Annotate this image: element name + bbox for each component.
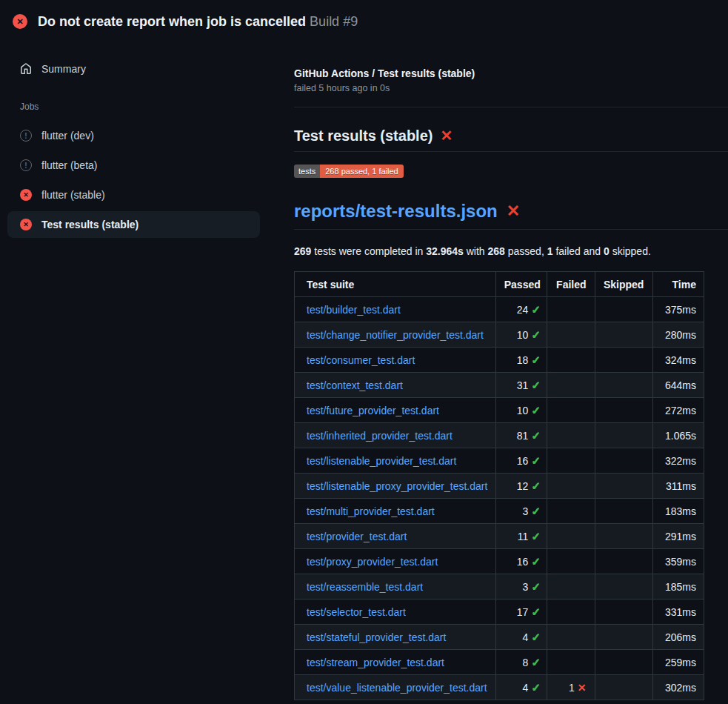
job-neutral-icon: !	[20, 130, 32, 142]
suite-link[interactable]: test/stream_provider_test.dart	[307, 657, 444, 668]
passed-cell: 16✓	[495, 448, 547, 474]
check-icon: ✓	[531, 479, 541, 492]
passed-cell-value: 8	[522, 657, 528, 668]
check-icon: ✓	[531, 379, 541, 391]
section-title-text: Test results (stable)	[294, 127, 433, 145]
job-failed-icon: ✕	[20, 189, 32, 201]
suite-link[interactable]: test/listenable_provider_test.dart	[307, 455, 456, 467]
sidebar-item-job[interactable]: ✕flutter (stable)	[7, 182, 260, 208]
suite-cell: test/stateful_provider_test.dart	[295, 625, 496, 650]
passed-cell-value: 16	[517, 455, 529, 467]
header-failed: Failed	[547, 272, 595, 297]
failed-cell	[547, 600, 595, 625]
suite-link[interactable]: test/proxy_provider_test.dart	[307, 556, 438, 568]
header-passed: Passed	[495, 272, 547, 297]
suite-cell: test/change_notifier_provider_test.dart	[295, 322, 496, 348]
passed-cell-value: 17	[517, 606, 529, 618]
table-row: test/provider_test.dart11✓291ms	[295, 524, 704, 549]
passed-cell: 17✓	[495, 600, 547, 625]
check-run-header: ✕ Do not create report when job is cance…	[0, 0, 728, 41]
time-cell: 311ms	[653, 474, 704, 499]
total-count: 269	[294, 245, 311, 257]
jobs-section-label: Jobs	[20, 102, 260, 112]
job-label: Test results (stable)	[41, 219, 138, 230]
skipped-cell	[595, 625, 653, 650]
table-row: test/future_provider_test.dart10✓272ms	[295, 398, 704, 423]
breadcrumb: GitHub Actions / Test results (stable)	[294, 67, 728, 79]
failed-cell	[547, 549, 595, 574]
passed-cell-value: 4	[522, 631, 528, 643]
time-cell: 359ms	[653, 549, 704, 574]
time-cell: 302ms	[653, 675, 704, 700]
sidebar-item-job[interactable]: !flutter (beta)	[7, 152, 260, 179]
skipped-count: 0	[604, 245, 610, 257]
suite-link[interactable]: test/multi_provider_test.dart	[307, 505, 435, 517]
table-row: test/listenable_provider_test.dart16✓322…	[295, 448, 704, 474]
section-title: Test results (stable) ✕	[294, 127, 728, 152]
suite-link[interactable]: test/change_notifier_provider_test.dart	[307, 329, 484, 341]
passed-cell: 31✓	[495, 373, 547, 398]
failed-cell	[547, 448, 595, 474]
suite-link[interactable]: test/stateful_provider_test.dart	[307, 631, 446, 643]
suite-link[interactable]: test/listenable_proxy_provider_test.dart	[307, 480, 487, 492]
suite-link[interactable]: test/future_provider_test.dart	[307, 405, 439, 416]
passed-cell: 11✓	[495, 524, 547, 549]
failed-cell	[547, 524, 595, 549]
check-icon: ✓	[531, 404, 541, 416]
passed-cell: 3✓	[495, 574, 547, 600]
suite-link[interactable]: test/builder_test.dart	[307, 304, 401, 316]
check-icon: ✓	[531, 605, 541, 618]
suite-link[interactable]: test/inherited_provider_test.dart	[307, 430, 453, 442]
skipped-cell	[595, 348, 653, 373]
time-cell: 272ms	[653, 398, 704, 423]
passed-cell-value: 10	[517, 329, 529, 341]
suite-cell: test/selector_test.dart	[295, 600, 496, 625]
passed-cell-value: 4	[522, 682, 528, 694]
table-row: test/stateful_provider_test.dart4✓206ms	[295, 625, 704, 650]
suite-cell: test/listenable_proxy_provider_test.dart	[295, 474, 496, 499]
skipped-cell	[595, 600, 653, 625]
passed-cell: 10✓	[495, 322, 547, 348]
time-cell: 206ms	[653, 625, 704, 650]
passed-cell-value: 18	[517, 354, 529, 366]
suite-link[interactable]: test/reassemble_test.dart	[307, 581, 423, 593]
passed-cell-value: 16	[517, 556, 529, 568]
failed-cell	[547, 474, 595, 499]
suite-link[interactable]: test/value_listenable_provider_test.dart	[307, 682, 487, 694]
passed-cell-value: 3	[522, 581, 528, 593]
passed-cell: 12✓	[495, 474, 547, 499]
suite-cell: test/value_listenable_provider_test.dart	[295, 675, 496, 700]
job-label: flutter (stable)	[41, 189, 105, 201]
sidebar-item-job[interactable]: ✕Test results (stable)	[7, 211, 260, 238]
suite-link[interactable]: test/context_test.dart	[307, 379, 403, 391]
table-row: test/builder_test.dart24✓375ms	[295, 297, 704, 322]
time-cell: 322ms	[653, 448, 704, 474]
passed-cell: 4✓	[495, 625, 547, 650]
header-test-suite: Test suite	[295, 272, 496, 297]
sidebar-item-job[interactable]: !flutter (dev)	[7, 122, 260, 149]
passed-cell: 8✓	[495, 650, 547, 675]
failed-status-icon: ✕	[13, 14, 27, 29]
check-icon: ✓	[531, 303, 541, 316]
suite-cell: test/multi_provider_test.dart	[295, 499, 496, 524]
check-icon: ✓	[531, 656, 541, 668]
check-icon: ✓	[531, 429, 541, 442]
check-icon: ✓	[531, 681, 541, 694]
report-file-link[interactable]: reports/test-results.json	[294, 201, 498, 222]
passed-cell-value: 12	[517, 480, 529, 492]
passed-cell: 18✓	[495, 348, 547, 373]
suite-link[interactable]: test/selector_test.dart	[307, 606, 406, 618]
table-row: test/consumer_test.dart18✓324ms	[295, 348, 704, 373]
time-cell: 644ms	[653, 373, 704, 398]
skipped-cell	[595, 499, 653, 524]
passed-cell-value: 11	[518, 531, 529, 542]
time-cell: 291ms	[653, 524, 704, 549]
sidebar-item-summary[interactable]: Summary	[7, 56, 260, 82]
suite-link[interactable]: test/consumer_test.dart	[307, 354, 415, 366]
table-header-row: Test suite Passed Failed Skipped Time	[295, 272, 704, 297]
time-cell: 324ms	[653, 348, 704, 373]
status-line: failed 5 hours ago in 0s	[294, 83, 728, 93]
check-icon: ✓	[531, 505, 541, 517]
failed-cell	[547, 322, 595, 348]
suite-link[interactable]: test/provider_test.dart	[307, 531, 407, 542]
